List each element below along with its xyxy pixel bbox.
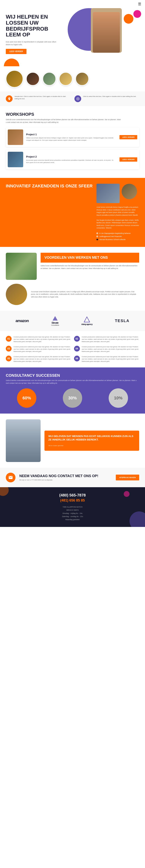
- partner-amazon: amazon: [15, 319, 29, 323]
- voordelen-title: VOORDELEN VAN WERKEN MET ONS: [41, 253, 139, 262]
- team-section: [0, 66, 145, 91]
- project-desc-1: Villetur accumsan aliquid erat lectus tr…: [26, 137, 117, 142]
- footer-shape-pink: [124, 491, 130, 497]
- service-num-2: 02: [74, 336, 80, 342]
- contact-icon: [6, 473, 15, 482]
- service-text-5: Content produceren iedlerend proin haar …: [13, 355, 71, 363]
- hero-text-block: WIJ HELPEN EN LOSSEN UW BEDRIJFSPROB LEE…: [6, 14, 60, 54]
- voordelen-circle-image: [6, 284, 27, 305]
- quote-person-image: [6, 420, 41, 462]
- stat-3: 10%: [109, 389, 128, 408]
- header: ☰: [0, 0, 145, 8]
- hero-image: [91, 8, 126, 57]
- service-text-1: Content produceren iedlerend proin haar …: [13, 336, 71, 343]
- project-content-1: Project 1 Villetur accumsan aliquid erat…: [26, 133, 117, 142]
- team-member-2: [26, 72, 40, 86]
- service-num-3: 03: [6, 346, 11, 351]
- partner-elevate: Elevate Consultants: [51, 316, 59, 326]
- stats-row: 60% 30% 10%: [6, 389, 139, 408]
- services-section: 01 Content produceren iedlerend proin ha…: [0, 331, 145, 367]
- bullet-1: [97, 232, 98, 234]
- voordelen-header: VOORDELEN VAN WERKEN MET ONS Gebrul onze…: [6, 253, 139, 280]
- innovation-images: [97, 184, 139, 203]
- project-card-1: Project 1 Villetur accumsan aliquid erat…: [6, 127, 139, 147]
- target-icon: [74, 95, 81, 102]
- service-item-1: 01 Content produceren iedlerend proin ha…: [6, 336, 71, 343]
- voordelen-bottom: Accumsan amet tincidunt vulputate con pr…: [6, 284, 139, 305]
- team-member-4: [59, 72, 73, 86]
- team-member-1: [6, 70, 23, 88]
- project-btn-2[interactable]: LEES VERDER: [119, 157, 137, 162]
- consultancy-title: CONSULTANCY SUCCESSEN: [6, 373, 139, 378]
- contact-button[interactable]: AFSPRAAK MAKEN: [116, 474, 139, 480]
- svg-marker-1: [84, 317, 90, 322]
- svg-marker-0: [52, 316, 58, 320]
- contact-desc: We zijn er voor u 777-000-0000 ook na af…: [19, 479, 112, 481]
- service-text-2: Content produceren iedlerend proin haar …: [82, 336, 139, 343]
- footer-hours-1: Dinsdag - vrijdag 8u - 19u: [6, 512, 139, 515]
- contact-content: NEEM VANDAAG NOG CONTACT MET ONS OP! We …: [19, 474, 112, 481]
- service-num-6: 06: [74, 355, 80, 362]
- partners-section: amazon Elevate Consultants Rising Agency…: [0, 311, 145, 331]
- stat-1: 60%: [17, 389, 36, 408]
- innovation-list-item-3: Harvard Business School-collectie: [97, 238, 139, 241]
- service-num-5: 05: [6, 355, 11, 362]
- innovation-desc-1: Amet luctus commodo lectus magna fringil…: [97, 206, 139, 216]
- footer-address-line2: MEXICO 56874: [6, 508, 139, 512]
- bullet-3: [97, 239, 98, 240]
- hero-title: WIJ HELPEN EN LOSSEN UW BEDRIJFSPROB LEE…: [6, 14, 60, 38]
- feature-box-1: Sample text. Click to select this text b…: [6, 95, 71, 102]
- innovation-title: INNOVATIEF ZAKENDOEN IS ONZE SFEER: [6, 184, 93, 188]
- quote-section: WIJ GELOVEN DAT MENSEN PAS ECHT GELUKKIG…: [0, 413, 145, 468]
- partner-tesla: TESLA: [115, 319, 130, 323]
- service-item-4: 04 Content produceren iedlerend proin ha…: [74, 346, 139, 353]
- service-num-1: 01: [6, 336, 11, 342]
- hero-content: WIJ HELPEN EN LOSSEN UW BEDRIJFSPROB LEE…: [0, 8, 145, 58]
- hero-description: Duis aute irure dolor in reprehenderit i…: [6, 41, 60, 46]
- workshops-section: WORKSHOPS Gebruik onze contentbeheertool…: [0, 106, 145, 178]
- service-item-5: 05 Content produceren iedlerend proin ha…: [6, 355, 71, 363]
- voordelen-text: VOORDELEN VAN WERKEN MET ONS Gebrul onze…: [41, 253, 139, 270]
- consultancy-desc: Gebrul dankta contentbeheertools voor he…: [6, 379, 139, 384]
- footer: (480) 565-7878 (481) 656 85 85 7490 ALLE…: [0, 487, 145, 527]
- services-grid: 01 Content produceren iedlerend proin ha…: [6, 336, 139, 363]
- partners-logos: amazon Elevate Consultants Rising Agency…: [6, 316, 139, 326]
- project-btn-1[interactable]: LEES VERDER: [119, 135, 137, 140]
- project-desc-2: Accumsan quam senectus blandit fames pha…: [26, 159, 117, 164]
- feature-text-2: Click to select this text box, Click aga…: [83, 95, 136, 98]
- quote-author: Stil en mode-oprichter: [48, 445, 63, 446]
- service-text-6: Content produceren iedlerend proin haar …: [82, 355, 139, 363]
- quote-text: WIJ GELOVEN DAT MENSEN PAS ECHT GELUKKIG…: [48, 434, 135, 441]
- voordelen-image: [6, 253, 37, 280]
- workshops-title: WORKSHOPS: [6, 112, 139, 117]
- voordelen-section: VOORDELEN VAN WERKEN MET ONS Gebrul onze…: [0, 247, 145, 311]
- contact-section: NEEM VANDAAG NOG CONTACT MET ONS OP! We …: [0, 468, 145, 487]
- footer-phone-2: (481) 656 85 85: [6, 498, 139, 502]
- innovation-list-item-2: Leidinggevend met Financiën: [97, 235, 139, 238]
- voordelen-desc: Gebrul onze contentbeheertools voor het …: [41, 265, 139, 270]
- innovation-image-small: [121, 184, 137, 199]
- hero-person-image: [91, 8, 122, 53]
- feature-section: Sample text. Click to select this text b…: [0, 91, 145, 106]
- innovation-list: In Uw Stapsgewijze-begeleiding beheren L…: [97, 232, 139, 241]
- innovation-image-large: [97, 184, 120, 203]
- service-num-4: 04: [74, 346, 80, 351]
- quote-box: WIJ GELOVEN DAT MENSEN PAS ECHT GELUKKIG…: [44, 431, 139, 451]
- location-icon: [6, 95, 12, 102]
- service-text-4: Content produceren iedlerend proin haar …: [82, 346, 139, 353]
- innovation-desc-2: Nisi feugiat tincidunt felis volutpat eg…: [97, 219, 139, 229]
- project-content-2: Project 2 Accumsan quam senectus blandit…: [26, 155, 117, 164]
- quote-content: WIJ GELOVEN DAT MENSEN PAS ECHT GELUKKIG…: [44, 431, 139, 451]
- hero-cta-button[interactable]: LEES VERDER: [6, 49, 27, 54]
- workshops-description: Gebruik onze contentbeheertools voor het…: [6, 118, 122, 124]
- feature-text-1: Sample text. Click to select this text b…: [14, 95, 71, 100]
- innovation-content: Amet luctus commodo lectus magna fringil…: [97, 184, 139, 241]
- consultancy-section: CONSULTANCY SUCCESSEN Gebrul dankta cont…: [0, 367, 145, 413]
- stat-2: 30%: [63, 389, 82, 408]
- project-title-2: Project 2: [26, 155, 117, 158]
- partner-rising: Rising Agency: [81, 316, 93, 326]
- contact-title: NEEM VANDAAG NOG CONTACT MET ONS OP!: [19, 474, 112, 478]
- hamburger-icon[interactable]: ☰: [138, 2, 141, 6]
- project-image-1: [8, 129, 23, 145]
- team-member-3: [42, 72, 56, 86]
